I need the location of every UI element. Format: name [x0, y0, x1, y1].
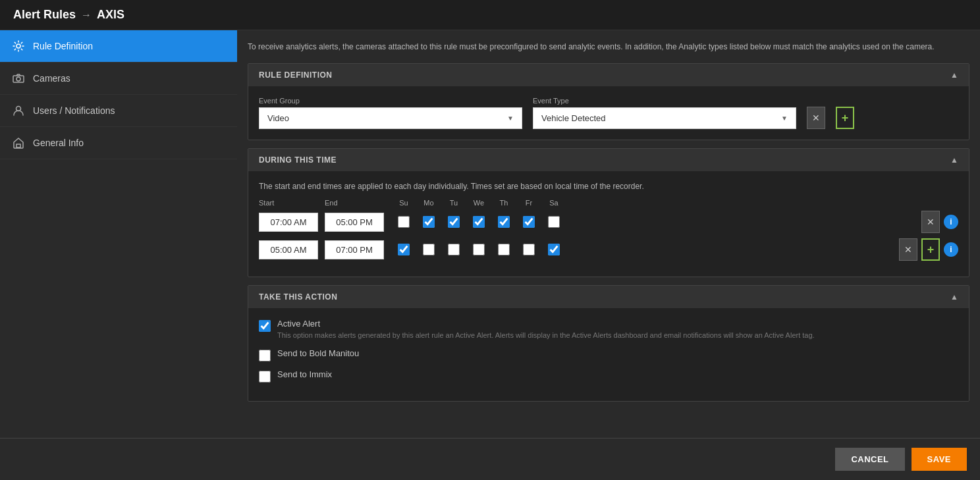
svg-point-0: [16, 44, 20, 48]
take-action-title: TAKE THIS ACTION: [259, 292, 337, 302]
event-group-value: Video: [267, 113, 289, 123]
sidebar-item-users-notifications[interactable]: Users / Notifications: [0, 95, 237, 127]
time-row-2-remove-button[interactable]: ✕: [899, 238, 917, 261]
time-row-1-tu-checkbox[interactable]: [448, 216, 460, 228]
rule-definition-title: RULE DEFINITION: [259, 70, 333, 80]
time-row-2-fr-checkbox[interactable]: [523, 244, 535, 255]
time-row-2: ✕ + i: [259, 238, 958, 261]
time-row-1-remove-button[interactable]: ✕: [921, 211, 940, 233]
svg-rect-4: [16, 144, 20, 147]
sidebar-item-rule-definition[interactable]: Rule Definition: [0, 30, 237, 63]
event-type-field: Event Type Vehicle Detected ▼: [533, 97, 796, 129]
breadcrumb-arrow: →: [81, 9, 92, 21]
main-content: To receive analytics alerts, the cameras…: [237, 30, 980, 438]
time-row-1-end-input[interactable]: [325, 213, 384, 232]
info-text: To receive analytics alerts, the cameras…: [248, 41, 969, 53]
rule-definition-body: Event Group Video ▼ Event Type Vehicle D…: [248, 86, 969, 140]
immix-checkbox[interactable]: [259, 371, 271, 383]
day-label-sa: Sa: [547, 199, 560, 207]
time-row-2-we-checkbox[interactable]: [473, 244, 485, 255]
time-row-2-start-input[interactable]: [259, 240, 318, 259]
action-item-bold-manitou: Send to Bold Manitou: [259, 348, 958, 361]
event-group-dropdown[interactable]: Video ▼: [259, 107, 522, 129]
page-header: Alert Rules → AXIS: [0, 0, 980, 30]
home-icon: [12, 136, 25, 149]
time-row-1-start-input[interactable]: [259, 213, 318, 232]
rule-definition-collapse-btn[interactable]: ▲: [950, 70, 958, 80]
cancel-button[interactable]: CANCEL: [835, 448, 904, 471]
sidebar-item-cameras[interactable]: Cameras: [0, 63, 237, 95]
time-row-2-tu-checkbox[interactable]: [448, 244, 460, 255]
time-row-1: ✕ i: [259, 211, 958, 233]
time-description: The start and end times are applied to e…: [259, 182, 958, 191]
time-row-2-sa-checkbox[interactable]: [548, 244, 560, 255]
event-type-arrow-icon: ▼: [781, 115, 788, 122]
action-item-active-alert: Active Alert This option makes alerts ge…: [259, 319, 958, 340]
gear-icon: [12, 40, 25, 53]
user-icon: [12, 104, 25, 117]
footer: CANCEL SAVE: [0, 438, 980, 480]
add-event-button[interactable]: +: [836, 107, 854, 129]
day-label-fr: Fr: [522, 199, 535, 207]
immix-label: Send to Immix: [277, 369, 332, 379]
event-type-label: Event Type: [533, 97, 796, 105]
active-alert-checkbox[interactable]: [259, 320, 271, 332]
active-alert-label: Active Alert: [277, 319, 815, 329]
day-label-th: Th: [497, 199, 510, 207]
during-this-time-header: DURING THIS TIME ▲: [248, 149, 969, 171]
time-row-2-su-checkbox[interactable]: [398, 244, 410, 255]
sidebar-item-label-users: Users / Notifications: [33, 105, 115, 116]
sidebar-item-label-general-info: General Info: [33, 138, 84, 148]
time-row-1-fr-checkbox[interactable]: [523, 216, 535, 228]
bold-manitou-checkbox[interactable]: [259, 350, 271, 361]
take-action-body: Active Alert This option makes alerts ge…: [248, 308, 969, 401]
start-label: Start: [259, 199, 318, 207]
time-row-1-info-button[interactable]: i: [944, 215, 958, 229]
event-row: Event Group Video ▼ Event Type Vehicle D…: [259, 97, 958, 129]
rule-definition-header: RULE DEFINITION ▲: [248, 64, 969, 86]
active-alert-content: Active Alert This option makes alerts ge…: [277, 319, 815, 340]
remove-event-button[interactable]: ✕: [807, 107, 825, 129]
take-action-collapse-btn[interactable]: ▲: [950, 292, 958, 302]
event-type-value: Vehicle Detected: [541, 113, 606, 123]
active-alert-description: This option makes alerts generated by th…: [277, 331, 815, 340]
day-label-mo: Mo: [422, 199, 435, 207]
take-action-header: TAKE THIS ACTION ▲: [248, 286, 969, 308]
time-row-2-actions: ✕ + i: [899, 238, 958, 261]
svg-point-2: [16, 77, 20, 81]
day-label-tu: Tu: [447, 199, 460, 207]
app-title: Alert Rules: [13, 8, 76, 22]
sidebar-item-general-info[interactable]: General Info: [0, 127, 237, 159]
time-row-2-day-checkboxes: [397, 244, 560, 255]
bold-manitou-label: Send to Bold Manitou: [277, 348, 359, 358]
time-row-1-actions: ✕ i: [921, 211, 958, 233]
time-row-1-mo-checkbox[interactable]: [423, 216, 435, 228]
page-title: AXIS: [97, 8, 124, 22]
time-row-1-su-checkbox[interactable]: [398, 216, 410, 228]
time-row-1-sa-checkbox[interactable]: [548, 216, 560, 228]
day-label-we: We: [472, 199, 485, 207]
time-row-2-add-button[interactable]: +: [921, 238, 940, 261]
event-group-arrow-icon: ▼: [507, 115, 514, 122]
during-this-time-title: DURING THIS TIME: [259, 155, 337, 165]
time-row-2-info-button[interactable]: i: [944, 242, 958, 257]
during-this-time-collapse-btn[interactable]: ▲: [950, 155, 958, 165]
main-layout: Rule Definition Cameras Users / Notific: [0, 30, 980, 438]
time-row-1-we-checkbox[interactable]: [473, 216, 485, 228]
during-this-time-section: DURING THIS TIME ▲ The start and end tim…: [248, 148, 969, 277]
save-button[interactable]: SAVE: [912, 448, 967, 471]
take-action-section: TAKE THIS ACTION ▲ Active Alert This opt…: [248, 285, 969, 402]
action-item-immix: Send to Immix: [259, 369, 958, 383]
time-row-2-th-checkbox[interactable]: [498, 244, 510, 255]
day-labels-row: Su Mo Tu We Th Fr Sa: [397, 199, 560, 207]
day-label-su: Su: [397, 199, 410, 207]
time-row-1-day-checkboxes: [397, 216, 560, 228]
time-column-headers: Start End Su Mo Tu We Th Fr Sa: [259, 199, 958, 207]
time-row-2-mo-checkbox[interactable]: [423, 244, 435, 255]
time-row-1-th-checkbox[interactable]: [498, 216, 510, 228]
sidebar-item-label-cameras: Cameras: [33, 73, 70, 84]
event-group-field: Event Group Video ▼: [259, 97, 522, 129]
sidebar: Rule Definition Cameras Users / Notific: [0, 30, 237, 438]
time-row-2-end-input[interactable]: [325, 240, 384, 259]
event-type-dropdown[interactable]: Vehicle Detected ▼: [533, 107, 796, 129]
